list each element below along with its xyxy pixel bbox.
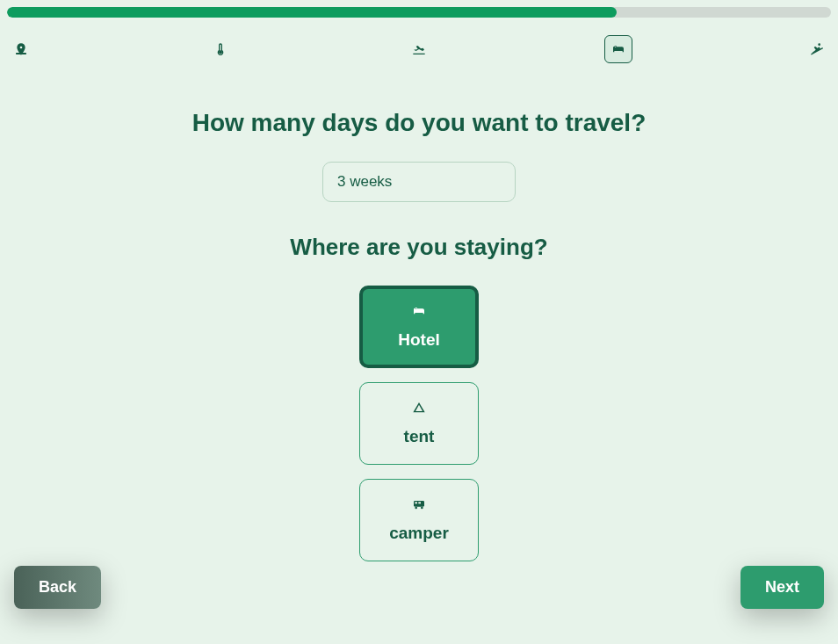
svg-point-5 (421, 507, 423, 510)
content: How many days do you want to travel? Whe… (0, 74, 838, 561)
back-button[interactable]: Back (14, 566, 101, 609)
option-hotel-label: Hotel (398, 330, 440, 350)
svg-point-1 (219, 51, 221, 54)
options-container: Hotel tent camper (0, 286, 838, 561)
step-temperature[interactable] (206, 35, 235, 63)
step-activity[interactable] (803, 35, 831, 63)
progress-bar (7, 7, 831, 18)
next-button[interactable]: Next (740, 566, 824, 609)
step-location[interactable] (7, 35, 35, 63)
thermometer-icon (213, 42, 228, 56)
svg-rect-6 (415, 502, 417, 503)
bed-icon (611, 42, 625, 56)
option-camper-label: camper (389, 524, 449, 543)
svg-point-2 (818, 43, 820, 46)
duration-input[interactable] (322, 162, 516, 202)
plane-departure-icon (412, 42, 426, 56)
map-pin-icon (14, 42, 28, 56)
tent-icon (412, 401, 426, 418)
step-departure[interactable] (405, 35, 433, 63)
svg-rect-0 (16, 53, 26, 54)
snowboard-icon (810, 42, 824, 56)
option-tent-label: tent (404, 427, 435, 446)
question2-title: Where are you staying? (0, 234, 838, 261)
steps-row (0, 25, 838, 74)
bus-icon (412, 497, 426, 515)
svg-rect-7 (418, 502, 421, 503)
svg-point-4 (415, 507, 417, 510)
step-accommodation[interactable] (604, 35, 632, 63)
option-tent[interactable]: tent (359, 382, 479, 465)
question1-title: How many days do you want to travel? (0, 109, 838, 137)
bed-icon (412, 304, 426, 322)
svg-rect-3 (414, 501, 424, 507)
option-camper[interactable]: camper (359, 479, 479, 561)
footer: Back Next (0, 566, 838, 609)
option-hotel[interactable]: Hotel (359, 286, 479, 368)
progress-fill (7, 7, 617, 18)
